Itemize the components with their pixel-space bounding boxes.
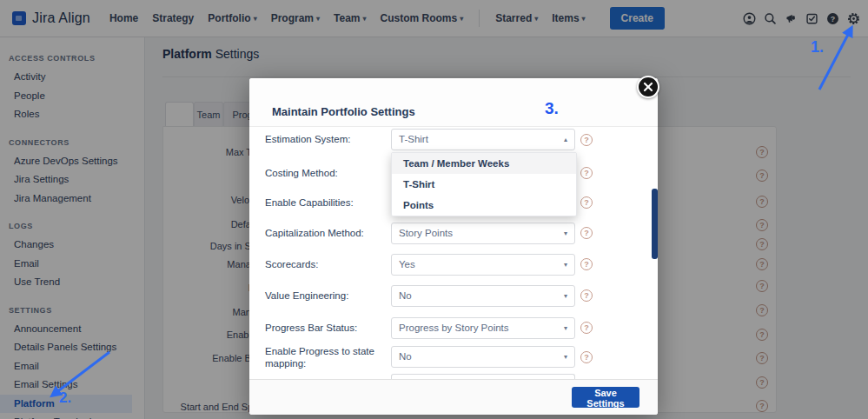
estimation-system-dropdown-menu: Team / Member Weeks T-Shirt Points xyxy=(391,152,577,216)
chevron-down-icon: ▾ xyxy=(564,223,567,243)
maintain-portfolio-settings-modal: Maintain Portfolio Settings 3. Estimatio… xyxy=(249,78,658,415)
modal-footer: Save Settings xyxy=(249,379,658,415)
help-icon[interactable]: ? xyxy=(580,167,593,179)
field-label-costing-method: Costing Method: xyxy=(265,168,385,180)
annotation-step-3: 3. xyxy=(545,99,559,118)
close-icon[interactable] xyxy=(637,76,659,98)
enable-progress-to-state-mapping-select[interactable]: No ▾ xyxy=(391,346,575,368)
estimation-system-select[interactable]: T-Shirt ▴ xyxy=(391,129,575,150)
help-icon[interactable]: ? xyxy=(580,289,593,302)
dropdown-option-t-shirt[interactable]: T-Shirt xyxy=(392,174,576,195)
field-label-estimation-system: Estimation System: xyxy=(265,134,385,146)
save-settings-button[interactable]: Save Settings xyxy=(572,387,639,408)
field-label-progress-bar-status: Progress Bar Status: xyxy=(265,323,385,335)
chevron-down-icon: ▾ xyxy=(564,286,567,306)
chevron-down-icon: ▾ xyxy=(564,255,567,275)
app-window: Jira Align Home Strategy Portfolio▾ Prog… xyxy=(0,0,868,419)
help-icon[interactable]: ? xyxy=(580,351,593,363)
capitalization-method-select[interactable]: Story Points ▾ xyxy=(391,223,575,244)
chevron-down-icon: ▾ xyxy=(564,318,567,338)
scorecards-select[interactable]: Yes ▾ xyxy=(391,254,575,276)
modal-scrollbar[interactable] xyxy=(652,189,658,259)
chevron-down-icon: ▾ xyxy=(564,347,567,367)
modal-title: Maintain Portfolio Settings xyxy=(272,105,415,118)
help-icon[interactable]: ? xyxy=(580,196,593,209)
field-label-scorecards: Scorecards: xyxy=(265,259,385,271)
help-icon[interactable]: ? xyxy=(580,322,593,334)
field-label-capitalization-method: Capitalization Method: xyxy=(265,228,385,240)
help-icon[interactable]: ? xyxy=(580,258,593,270)
field-label-value-engineering: Value Engineering: xyxy=(265,290,385,303)
help-icon[interactable]: ? xyxy=(580,227,593,239)
value-engineering-select[interactable]: No ▾ xyxy=(391,285,575,307)
field-label-enable-progress-to-state-mapping: Enable Progress to state mapping: xyxy=(265,346,385,369)
help-icon[interactable]: ? xyxy=(580,134,593,146)
dropdown-option-team-member-weeks[interactable]: Team / Member Weeks xyxy=(392,153,576,174)
progress-bar-status-select[interactable]: Progress by Story Points ▾ xyxy=(391,317,575,339)
dropdown-option-points[interactable]: Points xyxy=(392,195,576,216)
modal-header: Maintain Portfolio Settings 3. xyxy=(249,78,658,127)
chevron-up-icon: ▴ xyxy=(564,130,567,150)
field-label-enable-capabilities: Enable Capabilities: xyxy=(265,197,385,210)
